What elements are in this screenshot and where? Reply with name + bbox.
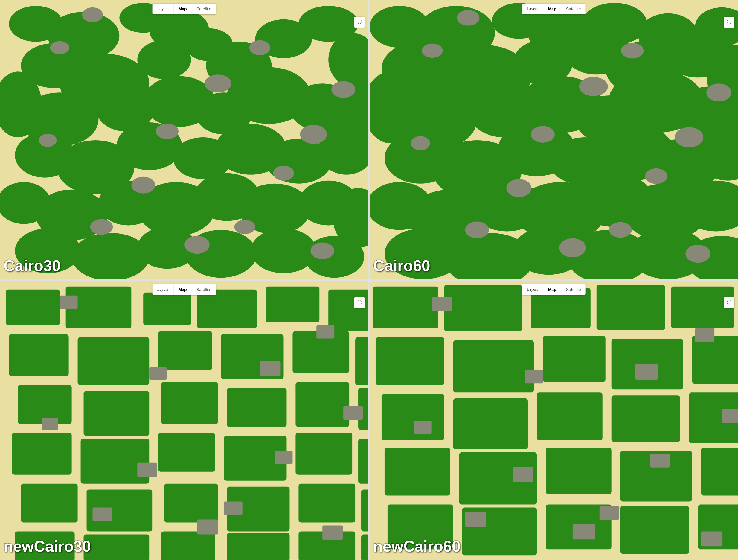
svg-rect-191 <box>513 467 533 482</box>
map-label-newcairo30: newCairo30 <box>4 537 91 555</box>
svg-rect-145 <box>161 531 215 560</box>
map-toolbar-newcairo30: Layers Map Satellite <box>152 284 216 295</box>
svg-rect-117 <box>266 287 320 322</box>
map-canvas-cairo30 <box>0 0 368 279</box>
svg-rect-119 <box>9 334 69 376</box>
fullscreen-button-cairo60[interactable]: ⛶ <box>724 17 734 27</box>
svg-rect-170 <box>543 336 606 382</box>
layers-button-cairo30[interactable]: Layers <box>152 4 174 14</box>
svg-point-55 <box>310 242 334 259</box>
fullscreen-button-newcairo60[interactable]: ⛶ <box>724 297 734 308</box>
svg-rect-192 <box>695 328 714 342</box>
svg-rect-135 <box>296 433 352 475</box>
layers-button-cairo60[interactable]: Layers <box>522 4 543 14</box>
svg-point-48 <box>90 219 113 235</box>
svg-point-37 <box>72 233 149 279</box>
map-button-newcairo30[interactable]: Map <box>174 284 192 295</box>
map-button-newcairo60[interactable]: Map <box>543 284 561 295</box>
map-label-newcairo60: newCairo60 <box>373 537 460 555</box>
svg-rect-121 <box>158 331 212 370</box>
map-canvas-newcairo30 <box>0 281 368 560</box>
svg-rect-198 <box>600 506 619 520</box>
svg-rect-128 <box>227 388 287 427</box>
svg-rect-129 <box>296 382 349 427</box>
svg-point-44 <box>39 134 57 147</box>
svg-point-51 <box>331 81 355 98</box>
svg-rect-124 <box>355 337 368 385</box>
layers-button-newcairo30[interactable]: Layers <box>152 284 174 295</box>
svg-rect-136 <box>358 439 368 484</box>
svg-rect-194 <box>573 524 595 539</box>
svg-rect-180 <box>546 448 612 494</box>
svg-rect-174 <box>453 398 528 449</box>
svg-rect-118 <box>328 290 368 331</box>
svg-rect-142 <box>361 490 368 532</box>
svg-point-53 <box>156 123 178 139</box>
svg-rect-131 <box>12 433 72 475</box>
svg-rect-151 <box>42 418 58 431</box>
map-button-cairo30[interactable]: Map <box>174 4 192 14</box>
svg-rect-199 <box>701 531 722 546</box>
svg-point-50 <box>273 166 294 181</box>
svg-rect-141 <box>298 484 355 523</box>
svg-point-106 <box>645 169 668 184</box>
svg-point-110 <box>609 222 632 238</box>
svg-rect-162 <box>373 287 438 328</box>
svg-rect-153 <box>316 325 334 339</box>
svg-rect-189 <box>636 364 658 379</box>
svg-point-46 <box>249 40 270 55</box>
svg-rect-190 <box>414 421 432 434</box>
map-canvas-cairo60 <box>370 0 738 279</box>
map-label-cairo60: Cairo60 <box>373 257 430 275</box>
svg-rect-146 <box>227 533 290 560</box>
svg-rect-173 <box>382 394 444 440</box>
svg-rect-178 <box>385 448 450 496</box>
map-toolbar-newcairo60: Layers Map Satellite <box>522 284 586 295</box>
fullscreen-button-newcairo30[interactable]: ⛶ <box>354 297 365 308</box>
svg-rect-160 <box>322 525 343 540</box>
svg-point-109 <box>531 126 555 143</box>
map-button-cairo60[interactable]: Map <box>543 4 561 14</box>
map-canvas-newcairo60 <box>370 281 738 560</box>
svg-rect-163 <box>444 285 522 331</box>
satellite-button-newcairo30[interactable]: Satellite <box>192 284 216 295</box>
svg-point-52 <box>50 41 69 54</box>
svg-rect-144 <box>84 534 149 560</box>
svg-rect-156 <box>275 451 293 464</box>
fullscreen-icon-newcairo30: ⛶ <box>357 300 362 305</box>
satellite-button-newcairo60[interactable]: Satellite <box>561 284 586 295</box>
svg-point-105 <box>559 238 586 257</box>
svg-point-41 <box>304 236 364 278</box>
layers-button-newcairo60[interactable]: Layers <box>522 284 543 295</box>
map-toolbar-cairo30: Layers Map Satellite <box>152 4 216 14</box>
svg-point-100 <box>411 136 430 151</box>
svg-point-111 <box>685 245 711 263</box>
svg-point-99 <box>579 77 608 96</box>
svg-rect-168 <box>376 337 444 385</box>
svg-rect-165 <box>597 285 665 330</box>
satellite-button-cairo30[interactable]: Satellite <box>192 4 216 14</box>
map-panel-newcairo30: Layers Map Satellite ⛶ newCairo30 <box>0 281 368 560</box>
svg-rect-197 <box>525 370 543 383</box>
svg-rect-154 <box>92 508 112 521</box>
svg-point-43 <box>205 74 232 92</box>
map-panel-cairo60: Layers Map Satellite ⛶ Cairo60 <box>370 0 738 279</box>
svg-point-103 <box>675 127 703 148</box>
svg-rect-115 <box>143 293 191 325</box>
svg-rect-127 <box>161 382 218 424</box>
svg-point-108 <box>422 44 443 58</box>
svg-rect-152 <box>137 463 157 477</box>
svg-rect-182 <box>701 448 738 496</box>
svg-rect-116 <box>197 290 257 328</box>
map-panel-newcairo60: Layers Map Satellite ⛶ newCairo60 <box>370 281 738 560</box>
fullscreen-button-cairo30[interactable]: ⛶ <box>354 17 365 27</box>
satellite-button-cairo60[interactable]: Satellite <box>561 4 586 14</box>
svg-point-7 <box>137 40 191 79</box>
svg-rect-126 <box>84 391 149 436</box>
svg-point-98 <box>457 10 480 26</box>
svg-rect-120 <box>78 337 149 385</box>
svg-point-54 <box>235 220 255 234</box>
svg-rect-158 <box>149 367 166 379</box>
svg-rect-139 <box>164 484 218 523</box>
svg-rect-195 <box>650 454 670 468</box>
